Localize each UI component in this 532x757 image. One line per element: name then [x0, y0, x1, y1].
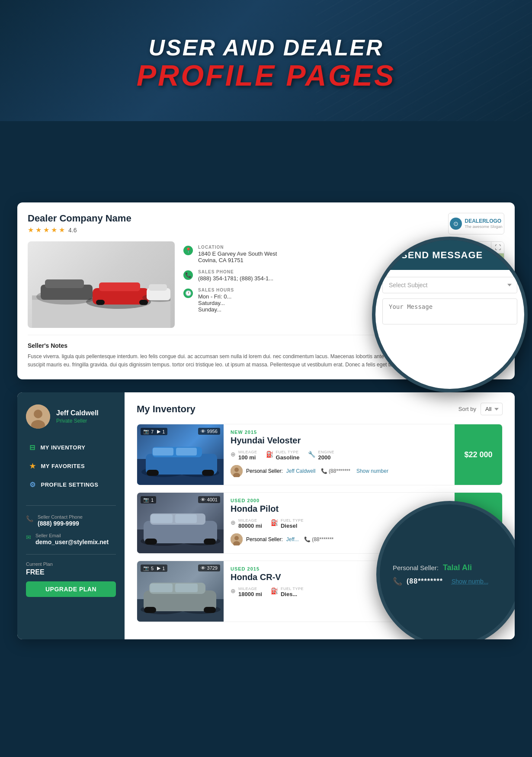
- mileage-value-2: 80000 mi: [238, 523, 262, 529]
- inventory-icon: ⊟: [29, 443, 35, 452]
- nav-favorites[interactable]: ★ MY FAVORITES: [26, 458, 116, 475]
- sort-label: Sort by: [458, 406, 476, 412]
- plan-value: FREE: [26, 568, 116, 576]
- mileage-icon-1: ⊕: [231, 451, 236, 458]
- hours-label: SALES HOURS: [198, 288, 234, 292]
- favorites-icon: ★: [29, 462, 36, 470]
- svg-rect-36: [175, 514, 197, 523]
- mileage-label-2: MILEAGE: [238, 518, 262, 523]
- mileage-value-3: 18000 mi: [238, 591, 262, 597]
- inventory-header: My Inventory Sort by All: [137, 403, 503, 415]
- car-condition-1: NEW 2015: [231, 430, 448, 435]
- photo-badge-3: 📷 5 ▶ 1: [141, 565, 167, 572]
- dealer-card: Dealer Company Name ★ ★ ★ ★ ★ 4.6 ⊙ DEAL…: [17, 202, 515, 379]
- message-textarea[interactable]: [382, 298, 517, 324]
- eye-icon-2: 👁: [201, 497, 205, 502]
- engine-label-1: ENGINE: [318, 450, 334, 454]
- nav-settings-label: PROFILE SETTINGS: [41, 481, 99, 488]
- svg-rect-21: [147, 470, 159, 476]
- photo-badge-2: 📷 1: [141, 496, 156, 504]
- photo-badge-1: 📷 7 ▶ 1: [141, 428, 167, 435]
- hero-line1: USER AND DEALER: [0, 35, 532, 61]
- seller-avatar-1: [231, 465, 243, 477]
- camera-icon-2: 📷: [143, 497, 149, 503]
- sidebar-contact: 📞 Seller Contact Phone (888) 999-9999 ✉ …: [26, 505, 116, 545]
- photo-count-2: 1: [151, 497, 154, 503]
- mileage-label-1: MILEAGE: [238, 450, 257, 454]
- send-message-body: Select Subject: [375, 270, 524, 389]
- dealer-info-left: Dealer Company Name ★ ★ ★ ★ ★ 4.6: [28, 213, 131, 234]
- contact-phone-detail: Seller Contact Phone (888) 999-9999: [38, 514, 83, 527]
- user-role: Private Seller: [56, 418, 99, 424]
- mileage-detail-2: MILEAGE 80000 mi: [238, 518, 262, 529]
- car-thumb-1: 📷 7 ▶ 1 👁 9956: [137, 424, 224, 485]
- svg-rect-12: [149, 284, 167, 291]
- views-count-2: 4001: [207, 497, 218, 502]
- profile-section: Jeff Caldwell Private Seller ⊟ MY INVENT…: [17, 392, 515, 639]
- location-icon: 📍: [183, 246, 193, 255]
- seller-name-link-2[interactable]: Jeff...: [286, 536, 299, 542]
- location-label: LOCATION: [198, 245, 277, 250]
- star-1: ★: [28, 226, 34, 234]
- svg-rect-9: [139, 300, 148, 305]
- dealer-logo-main: DEALERLOGO: [465, 218, 502, 224]
- send-plane-icon: ✈: [386, 248, 396, 262]
- dealer-logo-sub: The awesome Slogan: [465, 225, 502, 229]
- upgrade-button[interactable]: UPGRADE PLAN: [26, 581, 116, 597]
- user-avatar-area: Jeff Caldwell Private Seller: [26, 404, 116, 429]
- hours-detail: SALES HOURS Mon - Fri: 0...Saturday...Su…: [198, 288, 234, 313]
- mileage-label-3: MILEAGE: [238, 587, 262, 591]
- phone-detail: SALES PHONE (888) 354-1781; (888) 354-1.…: [198, 269, 273, 282]
- car-seller-1: Personal Seller: Jeff Caldwell 📞 (88****…: [231, 465, 448, 477]
- star-2: ★: [35, 226, 42, 234]
- dealer-photo: [28, 241, 175, 328]
- hours-value: Mon - Fri: 0...Saturday...Sunday...: [198, 293, 234, 313]
- video-count-1: 1: [162, 429, 165, 434]
- zoom-phone: (88********: [407, 577, 443, 585]
- mileage-value-1: 100 mi: [238, 454, 257, 461]
- mileage-spec-2: ⊕ MILEAGE 80000 mi: [231, 518, 262, 529]
- contact-phone-item: 📞 Seller Contact Phone (888) 999-9999: [26, 514, 116, 527]
- dealer-logo-icon: ⊙: [450, 218, 462, 230]
- svg-rect-46: [204, 607, 216, 613]
- send-message-circle: ✈ SEND MESSAGE Select Subject: [372, 237, 528, 392]
- avatar-svg: [26, 404, 50, 429]
- mileage-icon-3: ⊕: [231, 587, 236, 594]
- phone-masked-1: (88*******: [329, 468, 350, 474]
- fuel-label-3: FUEL TYPE: [281, 587, 304, 591]
- car-details-1: NEW 2015 Hyundai Veloster ⊕ MILEAGE 100 …: [224, 424, 455, 485]
- zoom-show-number[interactable]: Show numb...: [452, 578, 489, 585]
- mileage-detail-1: MILEAGE 100 mi: [238, 450, 257, 461]
- location-detail: LOCATION 1840 E Garvey Ave South WestCov…: [198, 245, 277, 263]
- svg-rect-4: [45, 279, 84, 288]
- dealer-rating: ★ ★ ★ ★ ★ 4.6: [28, 226, 131, 234]
- showroom-svg: [32, 241, 170, 328]
- views-badge-3: 👁 3729: [198, 565, 220, 571]
- views-badge-2: 👁 4001: [198, 496, 220, 503]
- contact-email-label: Seller Email: [35, 533, 109, 538]
- sort-select[interactable]: All: [481, 403, 503, 415]
- car-specs-1: ⊕ MILEAGE 100 mi ⛽ FUEL TYPE Gasoline: [231, 450, 448, 461]
- dealer-name: Dealer Company Name: [28, 213, 131, 224]
- plan-section: Current Plan FREE UPGRADE PLAN: [26, 554, 116, 597]
- phone-value: (888) 354-1781; (888) 354-1...: [198, 275, 273, 282]
- seller-avatar-svg-1: [231, 465, 243, 477]
- car-thumb-3: 📷 5 ▶ 1 👁 3729: [137, 561, 224, 622]
- zoom-seller-label: Personal Seller:: [393, 564, 439, 571]
- photo-count-3: 5: [151, 566, 154, 571]
- eye-icon-3: 👁: [201, 565, 205, 571]
- svg-rect-24: [176, 448, 197, 455]
- nav-settings[interactable]: ⚙ PROFILE SETTINGS: [26, 476, 116, 493]
- svg-rect-45: [144, 607, 156, 613]
- subject-select[interactable]: Select Subject: [382, 277, 517, 293]
- fuel-value-1: Gasoline: [276, 454, 300, 461]
- seller-name-link-1[interactable]: Jeff Caldwell: [286, 468, 316, 474]
- fuel-icon-3: ⛽: [271, 587, 278, 594]
- fuel-label-1: FUEL TYPE: [276, 450, 300, 454]
- send-message-title: SEND MESSAGE: [401, 250, 483, 261]
- svg-rect-22: [202, 470, 214, 476]
- show-number-1[interactable]: Show number: [356, 468, 388, 474]
- zoom-phone-icon: 📞: [393, 577, 402, 586]
- nav-inventory[interactable]: ⊟ MY INVENTORY: [26, 439, 116, 456]
- fuel-spec-2: ⛽ FUEL TYPE Diesel: [271, 518, 304, 529]
